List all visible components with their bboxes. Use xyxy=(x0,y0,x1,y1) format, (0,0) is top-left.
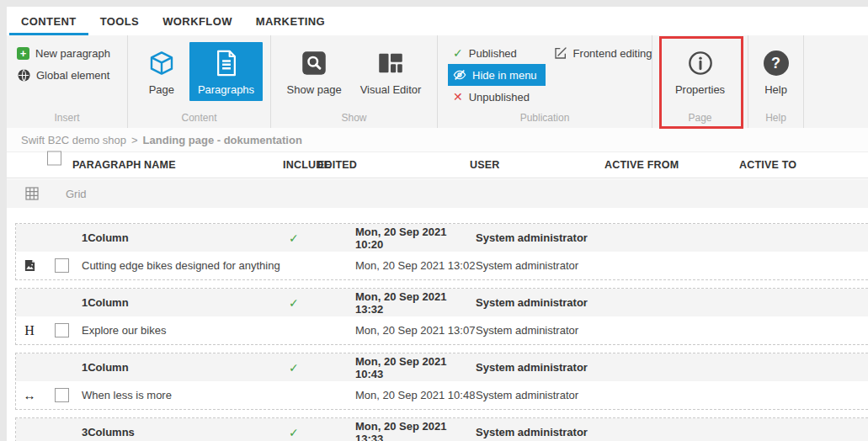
paragraph-row[interactable]: ↔ When less is more Mon, 20 Sep 2021 10:… xyxy=(16,381,868,409)
show-page-button[interactable]: Show page xyxy=(279,42,350,101)
breadcrumb-separator-icon: > xyxy=(131,134,138,146)
published-label: Published xyxy=(469,47,517,60)
include-check-icon: ✓ xyxy=(284,361,355,375)
group-header-row[interactable]: 1Column ✓ Mon, 20 Sep 2021 10:20 System … xyxy=(16,224,868,252)
ribbon-empty-area xyxy=(804,35,868,128)
group-name: 1Column xyxy=(77,296,284,309)
row-checkbox[interactable] xyxy=(55,323,69,337)
tab-tools[interactable]: TOOLS xyxy=(88,7,152,35)
question-icon: ? xyxy=(762,49,791,77)
paragraph-row[interactable]: H Explore our bikes Mon, 20 Sep 2021 13:… xyxy=(16,316,868,344)
document-icon xyxy=(212,49,241,77)
section-label-content: Content xyxy=(128,112,270,124)
ribbon-section-page: Properties Page xyxy=(652,35,748,128)
image-icon xyxy=(16,259,43,272)
properties-label: Properties xyxy=(675,83,725,96)
paragraph-edited: Mon, 20 Sep 2021 13:02 xyxy=(355,259,476,272)
group-header-row[interactable]: 1Column ✓ Mon, 20 Sep 2021 13:32 System … xyxy=(16,289,868,316)
layout-icon xyxy=(376,49,405,77)
group-name: 1Column xyxy=(77,231,284,244)
group-edited: Mon, 20 Sep 2021 10:43 xyxy=(355,355,476,380)
new-paragraph-label: New paragraph xyxy=(35,47,110,60)
globe-icon xyxy=(17,68,30,82)
paragraph-group: 1Column ✓ Mon, 20 Sep 2021 10:43 System … xyxy=(15,353,868,410)
tab-content[interactable]: CONTENT xyxy=(9,7,88,35)
include-check-icon: ✓ xyxy=(284,426,355,439)
paragraph-name: Explore our bikes xyxy=(77,324,284,337)
group-name: 3Columns xyxy=(77,426,284,438)
global-element-label: Global element xyxy=(36,69,109,82)
paragraph-row[interactable]: Cutting edge bikes designed for anything… xyxy=(16,252,868,279)
row-checkbox[interactable] xyxy=(55,258,69,273)
page-button-label: Page xyxy=(149,83,174,96)
paragraph-name: Cutting edge bikes designed for anything xyxy=(77,259,284,272)
heading-icon: H xyxy=(16,323,43,338)
frontend-editing-label: Frontend editing xyxy=(573,47,652,60)
help-button-label: Help xyxy=(764,83,787,96)
page-button[interactable]: Page xyxy=(136,42,188,101)
group-edited: Mon, 20 Sep 2021 13:33 xyxy=(355,420,476,441)
visual-editor-button[interactable]: Visual Editor xyxy=(352,42,430,101)
group-edited: Mon, 20 Sep 2021 10:20 xyxy=(355,226,476,251)
grid-icon xyxy=(25,187,39,200)
table-header: PARAGRAPH NAME INCLUDE EDITED USER ACTIV… xyxy=(7,152,868,178)
global-element-button[interactable]: Global element xyxy=(15,64,127,86)
paragraph-user: System administrator xyxy=(476,324,604,337)
show-page-label: Show page xyxy=(287,83,342,96)
hide-in-menu-button[interactable]: Hide in menu xyxy=(448,64,546,86)
column-header-user[interactable]: USER xyxy=(470,159,500,171)
edit-icon xyxy=(554,46,567,60)
frontend-editing-button[interactable]: Frontend editing xyxy=(549,42,661,64)
cross-icon: ✕ xyxy=(453,90,463,104)
group-edited: Mon, 20 Sep 2021 13:32 xyxy=(355,290,476,316)
group-header-row[interactable]: 1Column ✓ Mon, 20 Sep 2021 10:43 System … xyxy=(16,353,868,381)
paragraph-edited: Mon, 20 Sep 2021 10:48 xyxy=(355,389,476,401)
cube-icon xyxy=(147,49,176,77)
paragraph-edited: Mon, 20 Sep 2021 13:07 xyxy=(355,324,476,337)
include-check-icon: ✓ xyxy=(284,296,355,310)
eye-slash-icon xyxy=(453,68,466,82)
unpublished-button[interactable]: ✕ Unpublished xyxy=(448,86,546,108)
tab-marketing[interactable]: MARKETING xyxy=(244,7,337,35)
group-user: System administrator xyxy=(476,426,604,438)
paragraphs-button[interactable]: Paragraphs xyxy=(189,42,263,101)
column-header-edited[interactable]: EDITED xyxy=(317,159,357,171)
grid-row[interactable]: Grid xyxy=(7,179,868,208)
section-label-show: Show xyxy=(271,112,437,124)
select-all-checkbox[interactable] xyxy=(47,151,61,166)
published-button[interactable]: ✓ Published xyxy=(448,42,546,64)
info-icon xyxy=(686,49,715,77)
ribbon-section-insert: + New paragraph Global element Insert xyxy=(7,35,128,128)
group-name: 1Column xyxy=(77,361,284,374)
section-label-insert: Insert xyxy=(7,112,127,124)
ribbon-toolbar: + New paragraph Global element Insert Pa… xyxy=(7,35,868,128)
paragraphs-button-label: Paragraphs xyxy=(198,83,254,96)
column-header-paragraph-name[interactable]: PARAGRAPH NAME xyxy=(72,159,176,171)
new-paragraph-button[interactable]: + New paragraph xyxy=(15,42,127,64)
check-icon: ✓ xyxy=(453,46,463,60)
grid-label: Grid xyxy=(66,188,87,200)
visual-editor-label: Visual Editor xyxy=(360,83,422,96)
help-button[interactable]: ? Help xyxy=(750,42,802,101)
paragraph-group: 1Column ✓ Mon, 20 Sep 2021 13:32 System … xyxy=(15,288,868,345)
paragraph-user: System administrator xyxy=(476,389,604,401)
resize-arrow-icon: ↔ xyxy=(16,388,43,402)
tab-workflow[interactable]: WORKFLOW xyxy=(151,7,244,35)
group-user: System administrator xyxy=(476,361,604,374)
hide-in-menu-label: Hide in menu xyxy=(472,69,537,82)
spacer xyxy=(7,208,868,223)
column-header-active-to[interactable]: ACTIVE TO xyxy=(739,159,796,171)
properties-button[interactable]: Properties xyxy=(667,42,733,101)
section-label-publication: Publication xyxy=(438,112,652,124)
ribbon-section-publication: ✓ Published Hide in menu ✕ Unpublished xyxy=(438,35,652,128)
group-header-row[interactable]: 3Columns ✓ Mon, 20 Sep 2021 13:33 System… xyxy=(16,418,868,441)
ribbon-section-help: ? Help Help xyxy=(748,35,804,128)
column-header-active-from[interactable]: ACTIVE FROM xyxy=(604,159,679,171)
row-checkbox[interactable] xyxy=(55,388,69,402)
group-user: System administrator xyxy=(476,231,604,244)
magnifier-icon xyxy=(300,49,328,77)
plus-icon: + xyxy=(17,47,29,60)
paragraph-name: When less is more xyxy=(77,389,284,401)
breadcrumb-root[interactable]: Swift B2C demo shop xyxy=(21,134,126,146)
unpublished-label: Unpublished xyxy=(469,91,530,104)
